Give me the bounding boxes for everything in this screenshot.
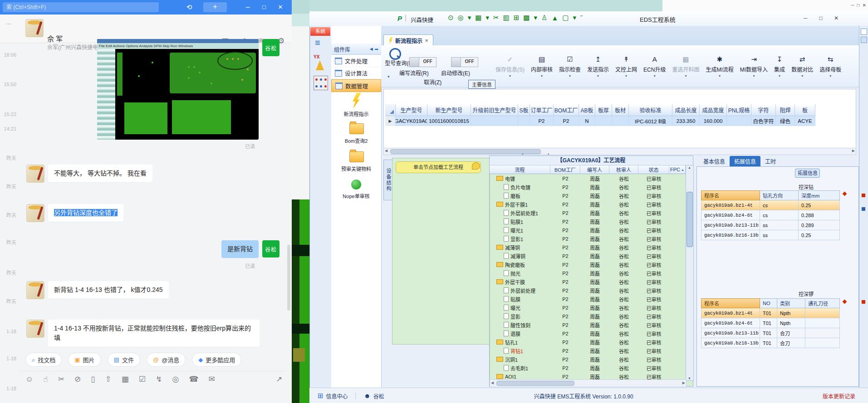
column-header[interactable]: NO [760, 298, 777, 308]
flow-tree-row[interactable]: 外层前处理 P2 周磊 谷松 已审核 [490, 286, 693, 295]
dropdown-icon[interactable]: ▾ [801, 74, 803, 78]
expand-composer-icon[interactable]: ↗ [276, 374, 282, 384]
component-category-item[interactable]: 数据管理 [331, 79, 381, 92]
changelog-link[interactable]: 版本更新记录 [823, 392, 855, 400]
composer-tool-icon[interactable]: ▯ [91, 374, 95, 384]
composer-tool-icon[interactable]: ⇧ [105, 374, 112, 384]
bg-close-button[interactable]: ✕ [863, 0, 866, 11]
cancel-button[interactable]: 取消(Z) [424, 78, 441, 86]
dropdown-icon[interactable]: ▾ [541, 74, 543, 78]
column-header[interactable]: 验收标准 [629, 104, 672, 116]
dropdown-icon[interactable]: ▾ [654, 74, 656, 78]
table-row[interactable]: gacyk019a0.bz1-4t cs 0.25 [701, 200, 840, 210]
column-header[interactable]: 深度mm [799, 190, 840, 200]
flow-tree-row[interactable]: 外层干膜 P2 周磊 谷松 已审核 [490, 277, 693, 286]
dock-button[interactable] [861, 29, 867, 35]
column-header[interactable]: 通孔刀径 [805, 298, 840, 308]
column-header[interactable]: 编写人 [580, 165, 609, 174]
tool-label[interactable]: Bom查询2 [331, 137, 381, 144]
quick-toolbar-icon[interactable]: ˇ [580, 14, 583, 22]
flow-tree-row[interactable]: 电镀 P2 周磊 谷松 已审核 [490, 174, 693, 183]
select-all-icon[interactable] [390, 110, 394, 114]
tool-label[interactable]: Nope单审核 [331, 192, 381, 199]
new-chat-button[interactable]: + [203, 2, 227, 12]
contact-avatar[interactable] [26, 320, 44, 338]
flow-tree-row[interactable]: 沉铜1 P2 周磊 谷松 已审核 [490, 355, 693, 364]
quick-app-chip[interactable]: ⌕ 找文档 [25, 353, 62, 367]
ribbon-button[interactable]: ✱ 生成MI流程 ▾ [702, 55, 736, 78]
ribbon-button[interactable]: ⇄ 数据对比 ▾ [788, 55, 816, 78]
quick-toolbar-icon[interactable]: ⊞ [514, 14, 520, 22]
ribbon-button[interactable]: ↥ 发送指示 ▾ [584, 55, 612, 78]
main-table-row[interactable]: ▶ GACYK019A010011600010815P2P2NIPC-6012 … [385, 116, 815, 126]
quick-app-chip[interactable]: ▣ 图片 [68, 353, 101, 367]
contact-avatar[interactable] [26, 281, 44, 299]
flow-tree-row[interactable]: 磨板 P2 周磊 谷松 已审核 [490, 191, 693, 200]
self-avatar[interactable]: 谷松 [262, 39, 280, 56]
history-icon[interactable]: ⟲ [184, 2, 195, 12]
column-header[interactable]: 类别 [777, 298, 805, 308]
search-input[interactable]: 索 (Ctrl+Shift+F) [3, 2, 159, 12]
composer-tool-icon[interactable]: ⊘ [74, 374, 81, 384]
quick-app-chip[interactable]: ▤ 文件 [108, 353, 140, 367]
column-header[interactable]: 成品长度 [672, 104, 700, 116]
column-header[interactable]: 流程 [490, 165, 550, 174]
flow-tree-row[interactable]: 外层干膜1 P2 周磊 谷松 已审核 [490, 200, 693, 209]
ribbon-button[interactable]: ▦ 重选开料图 ▾ [669, 55, 702, 78]
tool-label[interactable]: 预审关键物料 [331, 165, 381, 172]
composer-tool-icon[interactable]: ◎ [172, 374, 179, 384]
quick-toolbar-icon[interactable]: ◎ [458, 14, 464, 22]
system-tab[interactable]: 系统 [310, 27, 330, 36]
table-row[interactable]: gacyk019a0.bz4-6t T01 Npth [701, 318, 840, 328]
composer-tool-icon[interactable]: ▦ [122, 374, 129, 384]
dock-icon[interactable]: ➡ [375, 47, 378, 52]
flow-tree-row[interactable]: 贴膜1 P2 周磊 谷松 已审核 [490, 217, 693, 226]
ribbon-button[interactable]: ✓ 保存信息(S) ▾ [492, 55, 528, 78]
bg-minimize-button[interactable]: ─ [851, 0, 854, 11]
folder-icon[interactable] [349, 123, 364, 134]
maximize-button[interactable]: □ [256, 0, 272, 15]
incoming-message[interactable]: 1-4 16-13 不用按新背钻，正常就能控制住残桩，要他按旧erp算出来的填 [48, 320, 260, 347]
outgoing-message[interactable]: 是新背钻 [221, 240, 259, 258]
composer-tool-icon[interactable]: ↯ [156, 374, 162, 384]
eds-maximize-button[interactable]: □ [813, 13, 829, 23]
column-header[interactable]: 状态 [638, 165, 669, 174]
column-header[interactable]: 订单工厂 [530, 104, 554, 116]
row-selector[interactable]: ▶ [385, 116, 396, 126]
composer-tool-icon[interactable]: ✂ [58, 374, 64, 384]
component-category-item[interactable]: 文件处理 [331, 55, 381, 67]
tool-label[interactable]: 新流程指示 [331, 110, 381, 117]
flow-tree-row[interactable]: 背钻1 P2 周磊 谷松 已审核 [490, 346, 693, 355]
dropdown-icon[interactable]: ▾ [753, 74, 755, 78]
collapse-icon[interactable]: ◀ [370, 47, 373, 51]
column-header[interactable]: 核审人 [609, 165, 638, 174]
dropdown-icon[interactable]: ▾ [685, 74, 687, 78]
close-button[interactable]: ✕ [272, 0, 289, 15]
ribbon-button[interactable]: ⇥ MI数据导入 ▾ [737, 55, 771, 78]
quick-toolbar-icon[interactable]: ▲ [551, 14, 558, 22]
chat-image-message[interactable]: File Edit Actions Options Analysis DFM S… [97, 39, 259, 140]
dropdown-icon[interactable]: ▾ [509, 74, 511, 78]
flow-tree-row[interactable]: 减薄铜 P2 周磊 谷松 已审核 [490, 252, 693, 260]
expand-info-button[interactable]: 拓展信息 [795, 169, 820, 178]
composer-tool-icon[interactable]: ☑ [139, 374, 146, 384]
chat-scrollbar[interactable] [287, 245, 290, 311]
lightning-icon[interactable] [351, 93, 361, 108]
flow-tree-row[interactable]: 钻孔1 P2 周磊 谷松 已审核 [490, 338, 693, 346]
table-row[interactable]: gacyk019a0.bz4-6t cs 0.288 [701, 210, 840, 220]
quick-app-chip[interactable]: ◆ 更多酷应用 [192, 353, 241, 367]
flow-tree-row[interactable]: 去毛刺1 P2 周磊 谷松 已审核 [490, 364, 693, 372]
quick-toolbar-icon[interactable]: ▦ [475, 14, 481, 22]
dock-button[interactable] [861, 37, 867, 43]
column-header[interactable]: 新生产型号 [427, 104, 471, 116]
self-avatar[interactable]: 谷松 [262, 240, 280, 257]
incoming-message-selected[interactable]: 另外背钻深度也全错了 [48, 204, 123, 222]
contact-avatar[interactable] [26, 165, 44, 183]
table-row[interactable]: gacyk019a0.bz13-11b ss 0.289 [701, 220, 840, 230]
component-category-item[interactable]: 设计算法 [331, 67, 381, 79]
folder-icon[interactable] [349, 151, 364, 162]
flow-grid-hscrollbar[interactable]: ◀ ▶ [490, 379, 687, 387]
composer-tool-icon[interactable]: ☺ [25, 375, 33, 384]
main-table-hscrollbar[interactable]: ◀ ▶ [383, 148, 856, 155]
ribbon-button[interactable]: ↧ 集成 ▾ [771, 55, 788, 78]
